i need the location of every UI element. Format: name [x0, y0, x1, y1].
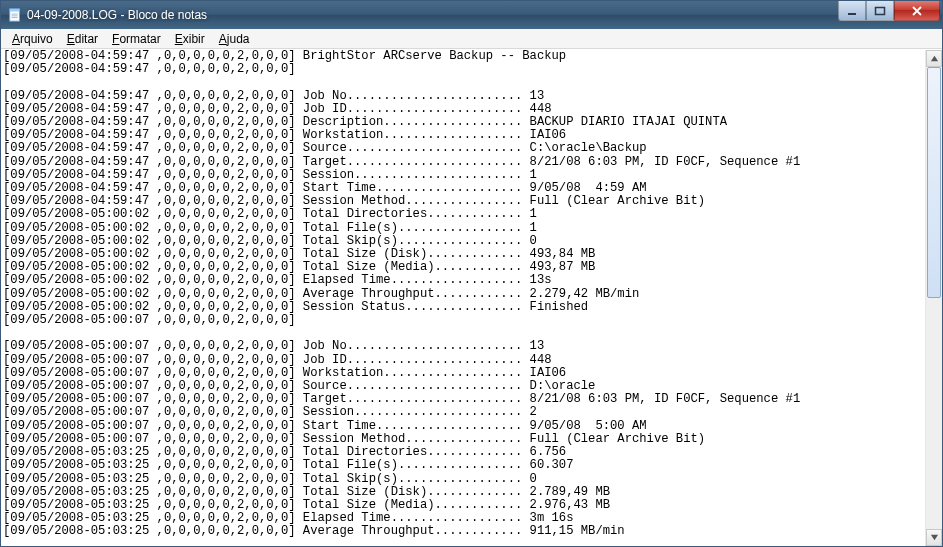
- menu-formatar[interactable]: Formatar: [105, 31, 168, 47]
- menu-arquivo[interactable]: Arquivo: [5, 31, 60, 47]
- app-window: 04-09-2008.LOG - Bloco de notas Arquivo …: [0, 0, 943, 547]
- menubar: Arquivo Editar Formatar Exibir Ajuda: [1, 29, 942, 49]
- scroll-down-button[interactable]: [926, 529, 942, 546]
- menu-editar[interactable]: Editar: [60, 31, 105, 47]
- client-area: [09/05/2008-04:59:47 ,0,0,0,0,0,2,0,0,0]…: [1, 49, 942, 546]
- vertical-scrollbar[interactable]: [925, 50, 942, 546]
- scroll-up-button[interactable]: [926, 50, 942, 67]
- menu-exibir[interactable]: Exibir: [168, 31, 212, 47]
- maximize-button[interactable]: [866, 1, 894, 21]
- menu-ajuda[interactable]: Ajuda: [212, 31, 257, 47]
- scroll-track[interactable]: [926, 67, 942, 529]
- notepad-icon: [7, 7, 23, 23]
- svg-rect-5: [848, 13, 856, 15]
- svg-rect-6: [876, 7, 885, 14]
- window-controls: [838, 1, 940, 21]
- window-title: 04-09-2008.LOG - Bloco de notas: [27, 8, 838, 22]
- close-button[interactable]: [894, 1, 940, 21]
- minimize-button[interactable]: [838, 1, 866, 21]
- text-content[interactable]: [09/05/2008-04:59:47 ,0,0,0,0,0,2,0,0,0]…: [1, 50, 925, 546]
- svg-rect-1: [10, 9, 20, 12]
- titlebar[interactable]: 04-09-2008.LOG - Bloco de notas: [1, 1, 942, 29]
- scroll-thumb[interactable]: [927, 67, 941, 298]
